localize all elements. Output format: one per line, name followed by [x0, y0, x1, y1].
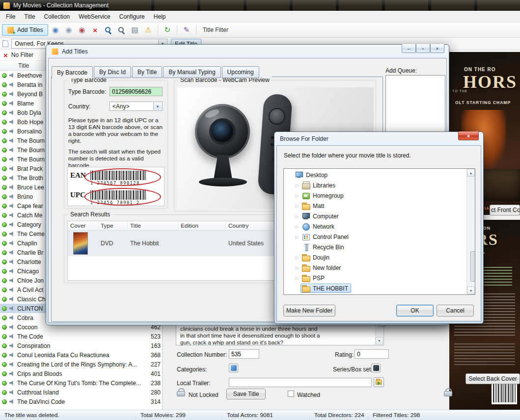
- series-box-button[interactable]: [371, 364, 381, 372]
- media-type-icon: [9, 222, 15, 227]
- folder-icon: [302, 254, 310, 261]
- movie-list-item[interactable]: Conspiration163: [0, 341, 162, 350]
- add-queue-label: Add Queue:: [385, 67, 417, 74]
- scrollbar-thumb[interactable]: [470, 251, 475, 282]
- tree-item-doujin[interactable]: ▷Doujin: [284, 252, 466, 262]
- collection-number-field[interactable]: [229, 349, 259, 359]
- select-front-cover-button[interactable]: ct Front Cover: [490, 205, 520, 215]
- expander-icon[interactable]: ▷: [294, 183, 301, 188]
- menu-webservice[interactable]: WebService: [74, 11, 114, 22]
- column-header-cover[interactable]: Cover: [68, 221, 98, 230]
- search-online-icon[interactable]: [103, 24, 114, 36]
- expander-icon[interactable]: ▷: [294, 214, 301, 219]
- window-titlebar[interactable]: My Movies - Collection Management: [0, 0, 520, 11]
- tree-item-matt[interactable]: ▷Matt: [284, 201, 466, 211]
- tree-item-recycle-bin[interactable]: Recycle Bin: [284, 242, 466, 252]
- media-type-icon: [9, 203, 15, 209]
- status-dot-icon: [2, 306, 7, 311]
- scroll-up-icon[interactable]: ▲: [467, 169, 475, 177]
- tree-item-libraries[interactable]: ▷Libraries: [284, 180, 466, 190]
- remove-disc-icon[interactable]: ◉: [76, 24, 88, 36]
- result-type: DVD: [98, 240, 128, 247]
- tree-item-psp[interactable]: ▷PSP: [284, 273, 466, 283]
- movie-list-item[interactable]: The Curse Of King Tut's Tomb: The Comple…: [0, 378, 162, 388]
- tab-by-barcode[interactable]: By Barcode: [52, 66, 93, 79]
- menu-collection[interactable]: Collection: [40, 11, 75, 22]
- poster-text: TO THE: [452, 89, 467, 93]
- clear-filter-icon[interactable]: ×: [3, 52, 8, 59]
- status-dot-icon: [2, 260, 7, 264]
- dialog-title: Add Titles: [62, 48, 88, 55]
- toolbar-separator: [196, 25, 196, 35]
- movie-list-item[interactable]: Cutthroat Island280: [0, 388, 162, 397]
- media-type-icon: [9, 315, 15, 320]
- cancel-button[interactable]: Cancel: [437, 305, 474, 316]
- menu-configure[interactable]: Configure: [115, 11, 149, 22]
- tab-by-disc-id[interactable]: By Disc Id: [94, 66, 131, 78]
- delete-title-icon[interactable]: ×: [89, 24, 101, 36]
- make-new-folder-button[interactable]: Make New Folder: [283, 305, 335, 316]
- country-combo[interactable]: <Any>: [109, 102, 163, 111]
- column-header-type[interactable]: Type: [98, 221, 128, 230]
- print-icon[interactable]: ▤: [129, 24, 141, 36]
- expander-icon[interactable]: ▷: [294, 276, 301, 281]
- tree-item-network[interactable]: ▷Network: [284, 221, 466, 232]
- search-collection-icon[interactable]: [116, 24, 128, 36]
- close-button[interactable]: ×: [458, 131, 479, 140]
- movie-list-item[interactable]: The Code523: [0, 332, 162, 341]
- save-title-button[interactable]: Save Title: [226, 389, 266, 399]
- tab-by-title[interactable]: By Title: [132, 66, 162, 78]
- close-button[interactable]: ×: [430, 44, 444, 53]
- menu-file[interactable]: File: [1, 11, 20, 22]
- expander-icon[interactable]: ▷: [294, 255, 301, 260]
- browse-trailer-button[interactable]: [374, 377, 384, 387]
- menu-title[interactable]: Title: [20, 11, 39, 22]
- rating-field[interactable]: [355, 349, 389, 359]
- tree-item-desktop[interactable]: Desktop: [284, 170, 466, 180]
- movie-list-item[interactable]: Creating the Lord of the Rings Symphony:…: [0, 360, 162, 369]
- categories-button[interactable]: [229, 364, 238, 372]
- tab-by-manual-typing[interactable]: By Manual Typing: [163, 66, 220, 78]
- expander-icon[interactable]: ▷: [294, 193, 301, 198]
- watched-checkbox[interactable]: [288, 391, 294, 397]
- tree-scrollbar[interactable]: ▲ ▼: [466, 169, 475, 294]
- status-dot-icon: [2, 381, 7, 386]
- tree-item-new-folder[interactable]: ▷New folder: [284, 262, 466, 273]
- tree-item-homegroup[interactable]: ▷Homegroup: [284, 190, 466, 201]
- select-back-cover-button[interactable]: Select Back Cover: [465, 373, 520, 384]
- add-titles-button[interactable]: Add Titles: [2, 24, 48, 36]
- local-trailer-field[interactable]: [229, 378, 372, 387]
- tree-item-the-hobbit[interactable]: THE HOBBIT: [284, 283, 466, 293]
- status-dot-icon: [2, 325, 7, 330]
- movie-list-item[interactable]: Crips and Bloods401: [0, 369, 162, 378]
- menu-help[interactable]: Help: [149, 11, 170, 22]
- chevron-down-icon[interactable]: [153, 103, 162, 110]
- report-problem-icon[interactable]: ⚠: [142, 24, 154, 36]
- expander-icon[interactable]: ▷: [294, 224, 301, 229]
- refresh-icon[interactable]: ↻: [162, 24, 173, 36]
- tab-upcoming[interactable]: Upcoming: [222, 66, 259, 78]
- tree-item-control-panel[interactable]: ▷Control Panel: [284, 232, 466, 242]
- export-disc-icon[interactable]: ◉: [50, 24, 61, 36]
- column-header-edition[interactable]: Edition: [178, 221, 226, 230]
- maximize-button[interactable]: ▫: [416, 44, 430, 53]
- column-header-title[interactable]: Title: [128, 221, 178, 230]
- expander-icon[interactable]: ▷: [294, 265, 301, 270]
- scroll-down-icon[interactable]: ▼: [376, 337, 383, 344]
- edit-icon[interactable]: ✎: [181, 24, 192, 36]
- expander-icon[interactable]: ▷: [294, 204, 301, 209]
- copy-disc-icon[interactable]: ◉: [63, 24, 75, 36]
- minimize-button[interactable]: –: [402, 44, 416, 53]
- expander-icon[interactable]: ▷: [294, 235, 301, 239]
- media-type-icon: [9, 101, 15, 106]
- ok-button[interactable]: OK: [396, 305, 434, 316]
- add-titles-dialog-titlebar[interactable]: Add Titles: [46, 45, 449, 58]
- browse-dialog-titlebar[interactable]: Browse For Folder: [274, 132, 483, 145]
- media-type-icon: [9, 268, 15, 274]
- scroll-down-icon[interactable]: ▼: [467, 287, 475, 294]
- tree-item-computer[interactable]: ▷Computer: [284, 211, 466, 221]
- movie-list-item[interactable]: The DaVinci Code314: [0, 397, 162, 406]
- type-barcode-label: Type Barcode:: [68, 88, 106, 95]
- movie-list-item[interactable]: Conul Leonida Fata Cu Reactiunea368: [0, 350, 162, 360]
- barcode-input[interactable]: [109, 87, 163, 96]
